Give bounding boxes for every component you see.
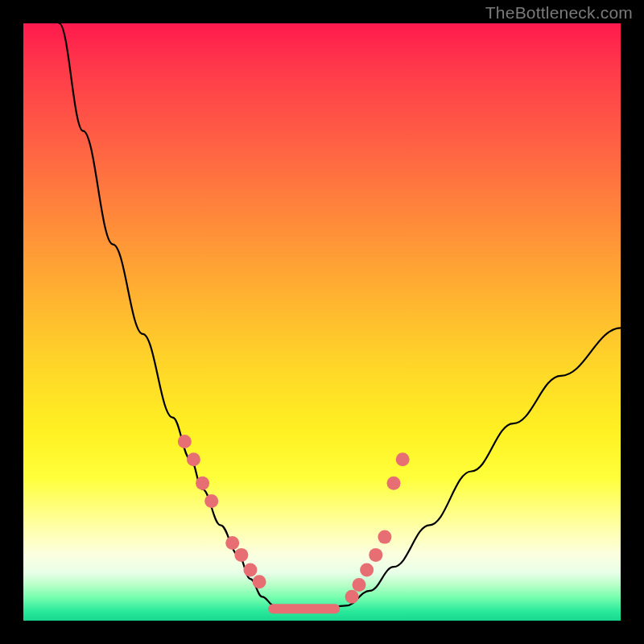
curve-dot: [378, 530, 391, 544]
curve-dot: [387, 477, 401, 490]
curve-dot: [178, 435, 192, 448]
flat-band: [268, 604, 340, 613]
curve-dot: [396, 452, 410, 466]
chart-overlay: [23, 23, 621, 621]
outer-frame: TheBottleneck.com: [0, 0, 644, 644]
curve-dot: [369, 548, 382, 562]
curve-dot: [234, 548, 248, 562]
curve-dot: [187, 452, 200, 466]
curve-dot: [196, 477, 209, 490]
v-curve: [60, 23, 621, 609]
watermark-text: TheBottleneck.com: [485, 3, 633, 23]
curve-dot: [345, 590, 359, 604]
curve-dot: [225, 536, 239, 550]
curve-dot: [253, 575, 266, 588]
curve-dots: [178, 435, 410, 604]
curve-dot: [353, 578, 366, 592]
curve-dot: [243, 563, 257, 576]
curve-dot: [204, 494, 218, 508]
curve-dot: [360, 563, 374, 576]
